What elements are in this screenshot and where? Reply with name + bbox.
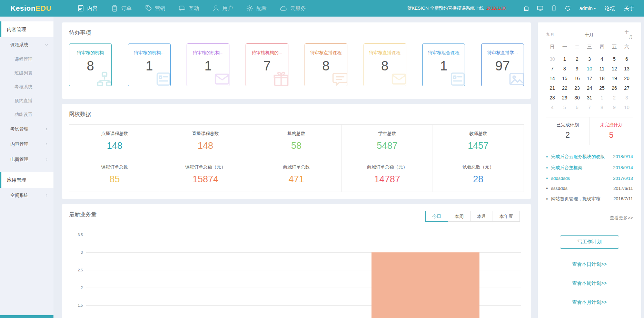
sidebar-subitem-预约直播[interactable]: 预约直播 xyxy=(0,94,53,108)
forum-link[interactable]: 论坛 xyxy=(605,5,615,12)
calendar-day[interactable]: 8 xyxy=(558,64,571,74)
sidebar-item-空间系统[interactable]: 空间系统 xyxy=(0,188,53,203)
sidebar-subitem-功能设置[interactable]: 功能设置 xyxy=(0,108,53,122)
todo-card[interactable]: 待审核直播学...97 xyxy=(481,44,524,86)
calendar-day[interactable]: 23 xyxy=(571,83,583,93)
sidebar-item-课程系统[interactable]: 课程系统 xyxy=(0,37,53,52)
admin-user-menu[interactable]: admin ▾ xyxy=(579,6,596,11)
task-date: 2017/6/13 xyxy=(613,176,633,181)
calendar-day[interactable]: 4 xyxy=(596,54,608,64)
calendar-day-today[interactable]: 10 xyxy=(583,64,596,74)
nav-item-用户[interactable]: 用户 xyxy=(212,4,233,12)
calendar-day[interactable]: 1 xyxy=(596,93,608,103)
plan-link[interactable]: 查看本月计划>> xyxy=(546,299,633,306)
refresh-icon[interactable] xyxy=(564,5,571,12)
calendar-next-month[interactable]: 十一月 xyxy=(624,30,633,40)
calendar-day[interactable]: 7 xyxy=(546,64,558,74)
calendar-day[interactable]: 1 xyxy=(558,54,571,64)
calendar-day[interactable]: 11 xyxy=(596,64,608,74)
calendar-day[interactable]: 4 xyxy=(546,103,558,112)
calendar-day[interactable]: 22 xyxy=(558,83,571,93)
announcement: 贺KESION 全新预约直播授课系统上线 2018/1/30 xyxy=(407,5,506,11)
calendar-day[interactable]: 15 xyxy=(558,74,571,83)
plan-link[interactable]: 查看本日计划>> xyxy=(546,261,633,268)
task-item[interactable]: ●完成后台主框架2018/9/14 xyxy=(546,162,633,173)
todo-card[interactable]: 待审核组合课程1 xyxy=(422,44,465,86)
calendar-prev-month[interactable]: 九月 xyxy=(546,32,554,38)
calendar-day[interactable]: 7 xyxy=(583,103,596,112)
calendar-day[interactable]: 2 xyxy=(571,54,583,64)
calendar-day[interactable]: 12 xyxy=(608,64,621,74)
calendar-day[interactable]: 5 xyxy=(558,103,571,112)
sidebar-header-内容管理[interactable]: 内容管理 xyxy=(0,21,53,37)
chart-tab-本周[interactable]: 本周 xyxy=(448,211,470,222)
stat-cell: 课程订单总数85 xyxy=(69,158,160,192)
calendar-day[interactable]: 28 xyxy=(546,93,558,103)
calendar-day[interactable]: 16 xyxy=(571,74,583,83)
nav-item-互动[interactable]: 互动 xyxy=(178,4,199,12)
nav-item-营销[interactable]: 营销 xyxy=(145,4,165,12)
calendar-day[interactable]: 31 xyxy=(583,93,596,103)
write-plan-button[interactable]: 写工作计划 xyxy=(560,235,619,249)
calendar-day[interactable]: 30 xyxy=(571,93,583,103)
calendar-day[interactable]: 29 xyxy=(558,93,571,103)
calendar-day[interactable]: 21 xyxy=(546,83,558,93)
nav-item-云服务[interactable]: 云服务 xyxy=(280,4,306,12)
calendar-day[interactable]: 25 xyxy=(596,83,608,93)
task-date: 2016/7/11 xyxy=(613,196,633,201)
chart-tab-今日[interactable]: 今日 xyxy=(425,211,448,222)
nav-item-订单[interactable]: 订单 xyxy=(111,4,131,12)
mobile-icon[interactable] xyxy=(551,5,557,12)
todo-card[interactable]: 待审核点播课程8 xyxy=(305,44,347,86)
calendar-day[interactable]: 30 xyxy=(546,54,558,64)
chart-tab-本月[interactable]: 本月 xyxy=(470,211,493,222)
about-link[interactable]: 关于 xyxy=(624,5,634,12)
app-logo[interactable]: KesionEDU xyxy=(10,4,67,12)
calendar-day[interactable]: 17 xyxy=(583,74,596,83)
todo-card[interactable]: 待审核的机构...1 xyxy=(187,44,229,86)
task-item[interactable]: ●sddsdsds2017/6/13 xyxy=(546,173,633,183)
calendar-day[interactable]: 8 xyxy=(596,103,608,112)
sidebar-item-内容管理[interactable]: 内容管理 xyxy=(0,137,53,152)
task-item[interactable]: ●完成后台云服务模块的改版2018/9/14 xyxy=(546,151,633,162)
task-item[interactable]: ●sssddds2017/6/11 xyxy=(546,183,633,193)
calendar-day[interactable]: 20 xyxy=(621,74,633,83)
calendar-day[interactable]: 6 xyxy=(571,103,583,112)
sidebar-subitem-考核系统[interactable]: 考核系统 xyxy=(0,80,53,94)
calendar-day[interactable]: 19 xyxy=(608,74,621,83)
stat-value: 28 xyxy=(433,174,524,185)
stat-label: 教师总数 xyxy=(433,131,524,137)
calendar-day[interactable]: 3 xyxy=(583,54,596,64)
view-more-link[interactable]: 查看更多>> xyxy=(546,215,633,221)
calendar-day[interactable]: 2 xyxy=(608,93,621,103)
calendar-day[interactable]: 14 xyxy=(546,74,558,83)
nav-item-内容[interactable]: 内容 xyxy=(77,4,98,12)
calendar-day[interactable]: 24 xyxy=(583,83,596,93)
calendar-day[interactable]: 13 xyxy=(621,64,633,74)
calendar-day[interactable]: 27 xyxy=(621,83,633,93)
todo-card[interactable]: 待审核直播课程8 xyxy=(364,44,406,86)
calendar-day[interactable]: 18 xyxy=(596,74,608,83)
home-icon[interactable] xyxy=(523,5,530,12)
plan-link[interactable]: 查看本周计划>> xyxy=(546,280,633,287)
calendar-day[interactable]: 26 xyxy=(608,83,621,93)
calendar-day[interactable]: 10 xyxy=(621,103,633,112)
calendar-day[interactable]: 3 xyxy=(621,93,633,103)
todo-card[interactable]: 待审核的机构8 xyxy=(69,44,112,86)
chart-tab-本年度[interactable]: 本年度 xyxy=(493,211,520,222)
stat-value: 15874 xyxy=(160,174,250,185)
task-item[interactable]: ●网站首页管理，提现审核2016/7/11 xyxy=(546,193,633,204)
calendar-day[interactable]: 5 xyxy=(608,54,621,64)
calendar-day[interactable]: 6 xyxy=(621,54,633,64)
todo-card[interactable]: 待审核的机构...1 xyxy=(128,44,171,86)
sidebar-header-应用管理[interactable]: 应用管理 xyxy=(0,172,53,188)
sidebar-item-电商管理[interactable]: 电商管理 xyxy=(0,152,53,167)
calendar-day[interactable]: 9 xyxy=(571,64,583,74)
nav-item-配置[interactable]: 配置 xyxy=(246,4,267,12)
calendar-day[interactable]: 9 xyxy=(608,103,621,112)
sidebar-item-考试管理[interactable]: 考试管理 xyxy=(0,122,53,137)
monitor-icon[interactable] xyxy=(537,5,544,12)
sidebar-subitem-课程管理[interactable]: 课程管理 xyxy=(0,52,53,66)
sidebar-subitem-班级列表[interactable]: 班级列表 xyxy=(0,66,53,80)
todo-card[interactable]: 待审核机构的...7 xyxy=(246,44,288,86)
